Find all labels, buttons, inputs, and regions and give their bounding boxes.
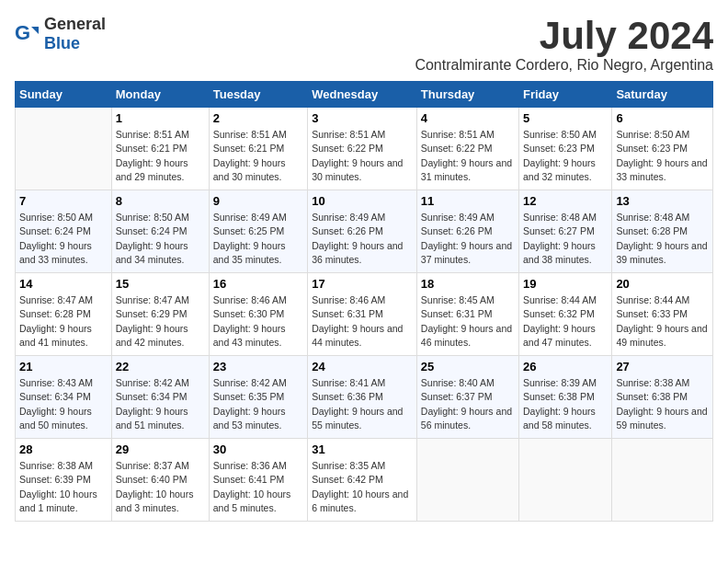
calendar-cell: 17Sunrise: 8:46 AMSunset: 6:31 PMDayligh…	[308, 273, 417, 356]
day-number: 3	[312, 111, 413, 125]
calendar-cell: 8Sunrise: 8:50 AMSunset: 6:24 PMDaylight…	[111, 190, 209, 273]
calendar-cell: 28Sunrise: 8:38 AMSunset: 6:39 PMDayligh…	[16, 439, 112, 522]
day-info: Sunrise: 8:49 AMSunset: 6:26 PMDaylight:…	[312, 211, 413, 267]
day-number: 10	[312, 194, 413, 208]
day-info: Sunrise: 8:49 AMSunset: 6:26 PMDaylight:…	[421, 211, 515, 267]
day-number: 18	[421, 277, 515, 291]
day-number: 1	[116, 111, 205, 125]
day-info: Sunrise: 8:40 AMSunset: 6:37 PMDaylight:…	[421, 376, 515, 432]
day-number: 24	[312, 360, 413, 373]
day-info: Sunrise: 8:48 AMSunset: 6:28 PMDaylight:…	[616, 211, 709, 267]
calendar-cell: 27Sunrise: 8:38 AMSunset: 6:38 PMDayligh…	[612, 356, 713, 439]
logo-icon: G	[15, 21, 40, 47]
calendar-cell: 3Sunrise: 8:51 AMSunset: 6:22 PMDaylight…	[308, 108, 417, 190]
day-info: Sunrise: 8:51 AMSunset: 6:21 PMDaylight:…	[213, 128, 303, 184]
weekday-header-sunday: Sunday	[16, 82, 112, 108]
day-number: 21	[19, 360, 108, 373]
day-info: Sunrise: 8:47 AMSunset: 6:28 PMDaylight:…	[19, 293, 108, 350]
weekday-header-saturday: Saturday	[612, 82, 713, 108]
day-info: Sunrise: 8:42 AMSunset: 6:34 PMDaylight:…	[116, 376, 205, 432]
day-info: Sunrise: 8:39 AMSunset: 6:38 PMDaylight:…	[523, 376, 608, 432]
svg-marker-1	[31, 27, 39, 34]
day-number: 20	[616, 277, 709, 291]
day-info: Sunrise: 8:51 AMSunset: 6:22 PMDaylight:…	[421, 128, 515, 184]
calendar-cell: 23Sunrise: 8:42 AMSunset: 6:35 PMDayligh…	[209, 356, 307, 439]
day-number: 5	[523, 111, 608, 125]
day-number: 25	[421, 360, 515, 373]
day-info: Sunrise: 8:35 AMSunset: 6:42 PMDaylight:…	[312, 459, 413, 515]
weekday-header-thursday: Thursday	[416, 82, 518, 108]
calendar-cell: 12Sunrise: 8:48 AMSunset: 6:27 PMDayligh…	[519, 190, 612, 273]
day-number: 29	[116, 442, 205, 456]
day-number: 15	[116, 277, 205, 291]
calendar-cell: 22Sunrise: 8:42 AMSunset: 6:34 PMDayligh…	[111, 356, 209, 439]
calendar-cell	[519, 439, 612, 522]
subtitle: Contralmirante Cordero, Rio Negro, Argen…	[415, 57, 713, 74]
day-number: 13	[616, 194, 709, 208]
day-number: 28	[19, 442, 108, 456]
calendar-cell: 13Sunrise: 8:48 AMSunset: 6:28 PMDayligh…	[612, 190, 713, 273]
day-info: Sunrise: 8:45 AMSunset: 6:31 PMDaylight:…	[421, 293, 515, 350]
day-number: 11	[421, 194, 515, 208]
day-info: Sunrise: 8:50 AMSunset: 6:24 PMDaylight:…	[19, 211, 108, 267]
weekday-header-monday: Monday	[111, 82, 209, 108]
day-number: 27	[616, 360, 709, 373]
calendar-cell: 26Sunrise: 8:39 AMSunset: 6:38 PMDayligh…	[519, 356, 612, 439]
calendar-cell: 6Sunrise: 8:50 AMSunset: 6:23 PMDaylight…	[612, 108, 713, 190]
calendar-cell: 19Sunrise: 8:44 AMSunset: 6:32 PMDayligh…	[519, 273, 612, 356]
calendar-cell: 31Sunrise: 8:35 AMSunset: 6:42 PMDayligh…	[308, 439, 417, 522]
day-number: 9	[213, 194, 303, 208]
day-info: Sunrise: 8:38 AMSunset: 6:38 PMDaylight:…	[616, 376, 709, 432]
day-info: Sunrise: 8:48 AMSunset: 6:27 PMDaylight:…	[523, 211, 608, 267]
calendar-cell: 30Sunrise: 8:36 AMSunset: 6:41 PMDayligh…	[209, 439, 307, 522]
day-info: Sunrise: 8:50 AMSunset: 6:23 PMDaylight:…	[523, 128, 608, 184]
calendar-cell: 24Sunrise: 8:41 AMSunset: 6:36 PMDayligh…	[308, 356, 417, 439]
day-info: Sunrise: 8:41 AMSunset: 6:36 PMDaylight:…	[312, 376, 413, 432]
calendar-cell: 11Sunrise: 8:49 AMSunset: 6:26 PMDayligh…	[416, 190, 518, 273]
weekday-header-friday: Friday	[519, 82, 612, 108]
day-number: 23	[213, 360, 303, 373]
calendar-cell: 9Sunrise: 8:49 AMSunset: 6:25 PMDaylight…	[209, 190, 307, 273]
calendar-cell: 4Sunrise: 8:51 AMSunset: 6:22 PMDaylight…	[416, 108, 518, 190]
day-info: Sunrise: 8:43 AMSunset: 6:34 PMDaylight:…	[19, 376, 108, 432]
weekday-header-wednesday: Wednesday	[308, 82, 417, 108]
day-number: 6	[616, 111, 709, 125]
calendar-cell	[612, 439, 713, 522]
day-number: 14	[19, 277, 108, 291]
day-number: 22	[116, 360, 205, 373]
day-info: Sunrise: 8:47 AMSunset: 6:29 PMDaylight:…	[116, 293, 205, 350]
calendar-cell: 16Sunrise: 8:46 AMSunset: 6:30 PMDayligh…	[209, 273, 307, 356]
day-info: Sunrise: 8:46 AMSunset: 6:30 PMDaylight:…	[213, 293, 303, 350]
day-number: 19	[523, 277, 608, 291]
calendar-cell: 18Sunrise: 8:45 AMSunset: 6:31 PMDayligh…	[416, 273, 518, 356]
day-number: 17	[312, 277, 413, 291]
calendar-cell: 29Sunrise: 8:37 AMSunset: 6:40 PMDayligh…	[111, 439, 209, 522]
day-info: Sunrise: 8:50 AMSunset: 6:23 PMDaylight:…	[616, 128, 709, 184]
calendar-cell: 25Sunrise: 8:40 AMSunset: 6:37 PMDayligh…	[416, 356, 518, 439]
day-info: Sunrise: 8:50 AMSunset: 6:24 PMDaylight:…	[116, 211, 205, 267]
day-info: Sunrise: 8:49 AMSunset: 6:25 PMDaylight:…	[213, 211, 303, 267]
day-info: Sunrise: 8:46 AMSunset: 6:31 PMDaylight:…	[312, 293, 413, 350]
day-info: Sunrise: 8:42 AMSunset: 6:35 PMDaylight:…	[213, 376, 303, 432]
day-info: Sunrise: 8:38 AMSunset: 6:39 PMDaylight:…	[19, 459, 108, 515]
day-number: 12	[523, 194, 608, 208]
day-number: 26	[523, 360, 608, 373]
calendar-cell	[416, 439, 518, 522]
calendar-cell: 2Sunrise: 8:51 AMSunset: 6:21 PMDaylight…	[209, 108, 307, 190]
logo-blue: Blue	[44, 34, 80, 52]
day-info: Sunrise: 8:36 AMSunset: 6:41 PMDaylight:…	[213, 459, 303, 515]
day-info: Sunrise: 8:51 AMSunset: 6:21 PMDaylight:…	[116, 128, 205, 184]
day-number: 30	[213, 442, 303, 456]
weekday-header-tuesday: Tuesday	[209, 82, 307, 108]
svg-text:G: G	[15, 21, 30, 44]
logo: G General Blue	[15, 15, 106, 53]
month-title: July 2024	[415, 15, 713, 57]
calendar-cell: 7Sunrise: 8:50 AMSunset: 6:24 PMDaylight…	[16, 190, 112, 273]
calendar-cell: 15Sunrise: 8:47 AMSunset: 6:29 PMDayligh…	[111, 273, 209, 356]
day-info: Sunrise: 8:44 AMSunset: 6:32 PMDaylight:…	[523, 293, 608, 350]
day-info: Sunrise: 8:37 AMSunset: 6:40 PMDaylight:…	[116, 459, 205, 515]
calendar-cell: 1Sunrise: 8:51 AMSunset: 6:21 PMDaylight…	[111, 108, 209, 190]
calendar-cell: 5Sunrise: 8:50 AMSunset: 6:23 PMDaylight…	[519, 108, 612, 190]
title-area: July 2024 Contralmirante Cordero, Rio Ne…	[415, 15, 713, 74]
calendar-cell: 20Sunrise: 8:44 AMSunset: 6:33 PMDayligh…	[612, 273, 713, 356]
